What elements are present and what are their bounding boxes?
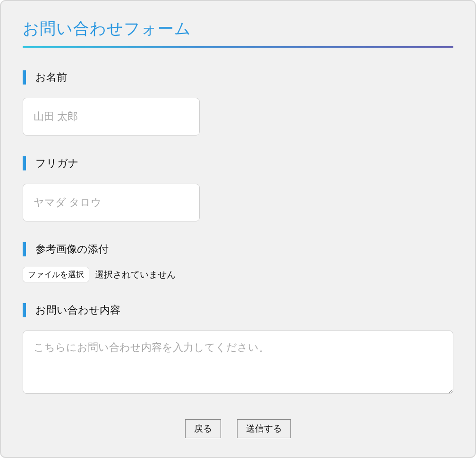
file-select-button[interactable]: ファイルを選択	[23, 267, 89, 282]
file-status-text: 選択されていません	[95, 269, 176, 281]
form-title: お問い合わせフォーム	[23, 18, 453, 46]
back-button[interactable]: 戻る	[185, 419, 221, 438]
inquiry-field-group: お問い合わせ内容	[23, 303, 453, 396]
attachment-field-group: 参考画像の添付 ファイルを選択 選択されていません	[23, 242, 453, 282]
label-bar-icon	[23, 70, 26, 85]
name-label: お名前	[35, 70, 67, 85]
file-input-row: ファイルを選択 選択されていません	[23, 267, 453, 282]
name-label-row: お名前	[23, 70, 453, 85]
submit-button[interactable]: 送信する	[237, 419, 291, 438]
furigana-label-row: フリガナ	[23, 156, 453, 170]
label-bar-icon	[23, 303, 26, 317]
furigana-label: フリガナ	[35, 156, 79, 170]
label-bar-icon	[23, 156, 26, 170]
name-input[interactable]	[23, 98, 200, 136]
title-underline	[23, 46, 453, 48]
label-bar-icon	[23, 242, 26, 256]
inquiry-label: お問い合わせ内容	[35, 303, 120, 317]
attachment-label: 参考画像の添付	[35, 242, 109, 256]
furigana-field-group: フリガナ	[23, 156, 453, 221]
attachment-label-row: 参考画像の添付	[23, 242, 453, 256]
contact-form-container: お問い合わせフォーム お名前 フリガナ 参考画像の添付 ファイルを選択 選択され…	[0, 0, 476, 458]
name-field-group: お名前	[23, 70, 453, 136]
inquiry-label-row: お問い合わせ内容	[23, 303, 453, 317]
inquiry-textarea[interactable]	[23, 331, 453, 394]
furigana-input[interactable]	[23, 184, 200, 221]
form-button-row: 戻る 送信する	[23, 419, 453, 438]
